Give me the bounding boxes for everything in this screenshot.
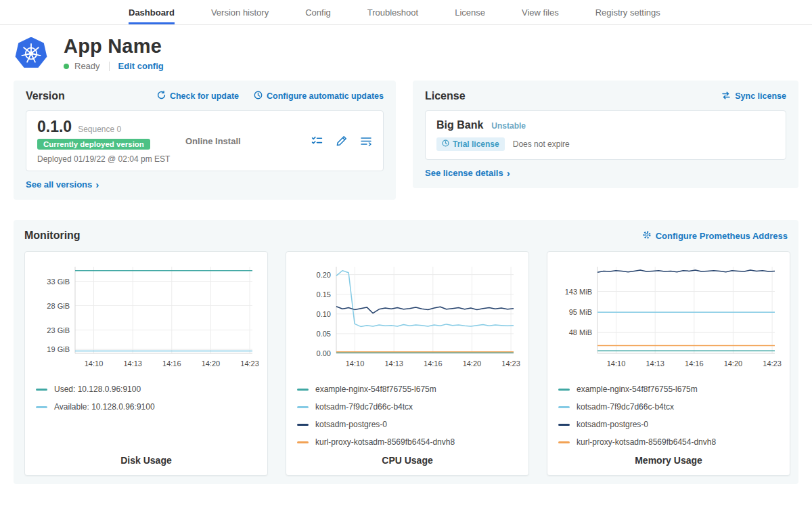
clock-icon	[442, 139, 449, 149]
app-header: App Name Ready Edit config	[0, 25, 812, 81]
legend-item: example-nginx-54f8f76755-l675m	[558, 385, 779, 394]
refresh-icon	[157, 91, 166, 102]
legend-dash-icon	[558, 406, 570, 408]
version-sequence: Sequence 0	[78, 125, 121, 134]
deployed-badge: Currently deployed version	[37, 139, 150, 150]
legend-label: kotsadm-postgres-0	[315, 420, 387, 429]
charts-row: 19 GiB23 GiB28 GiB33 GiB14:1014:1314:161…	[24, 251, 788, 476]
license-channel: Unstable	[491, 121, 526, 131]
disk-usage-chart-card: 19 GiB23 GiB28 GiB33 GiB14:1014:1314:161…	[24, 251, 268, 476]
configure-prometheus-label: Configure Prometheus Address	[656, 231, 788, 241]
svg-text:14:10: 14:10	[346, 359, 365, 368]
check-for-update-link[interactable]: Check for update	[157, 91, 239, 102]
svg-text:33 GiB: 33 GiB	[47, 278, 70, 286]
configure-automatic-updates-link[interactable]: Configure automatic updates	[254, 91, 384, 102]
cards-row: Version Check for update Configure autom…	[14, 81, 798, 200]
license-customer-name: Big Bank	[436, 119, 483, 131]
legend-item: Available: 10.128.0.96:9100	[36, 402, 256, 412]
license-title: License	[425, 90, 466, 102]
tab-version-history[interactable]: Version history	[211, 0, 269, 24]
disk-usage-chart: 19 GiB23 GiB28 GiB33 GiB14:1014:1314:161…	[36, 261, 256, 371]
chart-title: Memory Usage	[558, 448, 779, 466]
svg-text:14:20: 14:20	[202, 359, 221, 368]
legend-label: example-nginx-54f8f76755-l675m	[577, 385, 698, 394]
top-nav: Dashboard Version history Config Trouble…	[0, 0, 812, 25]
deploy-logs-icon[interactable]	[361, 136, 372, 146]
sync-license-link[interactable]: Sync license	[721, 91, 786, 102]
chart-title: Disk Usage	[36, 448, 256, 466]
version-title: Version	[26, 90, 65, 102]
tab-view-files[interactable]: View files	[522, 0, 559, 24]
svg-text:14:16: 14:16	[685, 359, 704, 368]
svg-text:14:16: 14:16	[424, 359, 443, 368]
legend-dash-icon	[558, 441, 570, 443]
edit-config-icon[interactable]	[336, 135, 347, 146]
svg-text:0.20: 0.20	[317, 271, 331, 279]
clock-icon	[254, 91, 263, 102]
version-card: Version Check for update Configure autom…	[14, 81, 396, 200]
preflight-checks-icon[interactable]	[311, 135, 323, 147]
check-for-update-label: Check for update	[170, 91, 239, 101]
legend-dash-icon	[36, 406, 47, 408]
configure-automatic-updates-label: Configure automatic updates	[267, 91, 384, 101]
current-version-card: 0.1.0 Sequence 0 Currently deployed vers…	[26, 110, 384, 171]
app-title: App Name	[64, 35, 164, 58]
see-license-details-link[interactable]: See license details ›	[425, 168, 510, 178]
license-expiry: Does not expire	[513, 139, 570, 149]
legend-dash-icon	[297, 406, 309, 408]
chevron-right-icon: ›	[507, 168, 510, 178]
tab-dashboard[interactable]: Dashboard	[129, 0, 175, 24]
memory-usage-chart: 48 MiB95 MiB143 MiB14:1014:1314:1614:201…	[558, 261, 779, 371]
legend-dash-icon	[36, 389, 47, 391]
legend-label: Used: 10.128.0.96:9100	[54, 385, 141, 394]
app-status-row: Ready Edit config	[64, 61, 164, 71]
see-all-versions-label: See all versions	[26, 179, 92, 190]
legend-dash-icon	[558, 389, 570, 391]
tab-troubleshoot[interactable]: Troubleshoot	[367, 0, 418, 24]
legend-item: kotsadm-7f9dc7d66c-b4tcx	[297, 402, 518, 412]
legend-label: kotsadm-postgres-0	[577, 420, 648, 429]
memory-usage-legend: example-nginx-54f8f76755-l675mkotsadm-7f…	[558, 385, 779, 447]
configure-prometheus-link[interactable]: Configure Prometheus Address	[642, 230, 788, 242]
disk-usage-legend: Used: 10.128.0.96:9100Available: 10.128.…	[36, 385, 256, 412]
version-actions	[311, 135, 372, 147]
svg-text:23 GiB: 23 GiB	[47, 326, 70, 334]
legend-label: kotsadm-7f9dc7d66c-b4tcx	[315, 402, 413, 412]
tab-config[interactable]: Config	[305, 0, 331, 24]
license-info-card: Big Bank Unstable Trial license Does not…	[425, 110, 786, 160]
svg-text:95 MiB: 95 MiB	[569, 308, 592, 316]
svg-text:14:20: 14:20	[724, 359, 743, 368]
svg-text:14:23: 14:23	[763, 359, 782, 368]
legend-dash-icon	[297, 389, 309, 391]
see-all-versions-link[interactable]: See all versions ›	[26, 179, 99, 190]
svg-text:14:13: 14:13	[384, 359, 403, 368]
edit-config-link[interactable]: Edit config	[118, 61, 164, 71]
tab-license[interactable]: License	[455, 0, 485, 24]
legend-label: kotsadm-7f9dc7d66c-b4tcx	[577, 402, 674, 412]
chart-title: CPU Usage	[297, 448, 518, 466]
legend-item: example-nginx-54f8f76755-l675m	[297, 385, 518, 394]
divider	[109, 62, 110, 71]
version-number: 0.1.0	[37, 118, 72, 136]
legend-item: kotsadm-postgres-0	[558, 420, 779, 429]
svg-text:0.05: 0.05	[317, 330, 331, 338]
sync-license-label: Sync license	[735, 91, 786, 101]
trial-license-badge: Trial license	[436, 137, 505, 151]
svg-text:14:13: 14:13	[646, 359, 664, 368]
cpu-usage-legend: example-nginx-54f8f76755-l675mkotsadm-7f…	[297, 385, 518, 447]
tab-registry-settings[interactable]: Registry settings	[595, 0, 660, 24]
monitoring-title: Monitoring	[24, 229, 81, 242]
legend-label: kurl-proxy-kotsadm-8569fb6454-dnvh8	[577, 437, 716, 447]
svg-text:48 MiB: 48 MiB	[569, 328, 592, 336]
svg-text:14:16: 14:16	[162, 359, 181, 368]
svg-text:0.00: 0.00	[317, 349, 331, 357]
legend-item: kotsadm-7f9dc7d66c-b4tcx	[558, 402, 779, 412]
svg-text:14:23: 14:23	[501, 359, 520, 368]
kubernetes-logo-icon	[15, 37, 47, 70]
svg-text:143 MiB: 143 MiB	[565, 288, 592, 296]
app-status: Ready	[74, 61, 100, 71]
chevron-right-icon: ›	[95, 179, 99, 190]
svg-text:14:13: 14:13	[123, 359, 142, 368]
deployed-timestamp: Deployed 01/19/22 @ 02:04 pm EST	[37, 154, 176, 164]
svg-text:14:10: 14:10	[607, 359, 626, 368]
